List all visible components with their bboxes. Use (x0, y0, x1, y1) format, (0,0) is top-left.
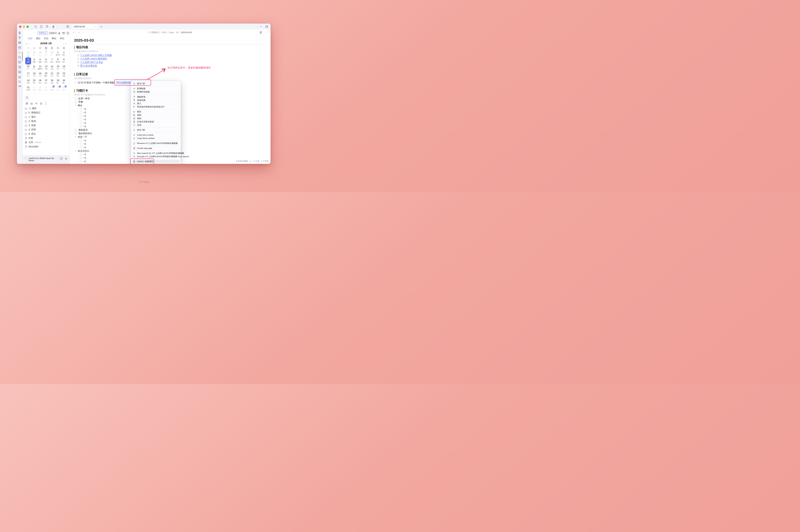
calendar-day[interactable]: 9初十 (61, 57, 67, 64)
calendar-day[interactable]: 22廿三 (55, 72, 61, 78)
calendar-heart-icon[interactable] (18, 70, 21, 73)
calendar-day[interactable]: 26廿九 (37, 51, 43, 57)
calendar-icon[interactable] (18, 46, 21, 49)
forward-icon[interactable] (77, 31, 80, 34)
checkbox-icon[interactable] (80, 122, 82, 124)
menu-item[interactable]: 粘贴 (131, 117, 181, 120)
search-icon[interactable] (34, 25, 37, 28)
calendar-day[interactable]: 20春分 (43, 72, 49, 78)
tree-item[interactable]: 0. 周期笔记 (23, 111, 69, 115)
menu-item[interactable]: 编辑标签 (131, 95, 181, 98)
calendar-day[interactable]: 8妇女节 (55, 57, 61, 64)
checkbox-icon[interactable] (80, 153, 82, 156)
tab-2025-03-03[interactable]: 2025-03-03 (72, 24, 98, 29)
checkbox-icon[interactable] (75, 97, 77, 100)
checkbox-icon[interactable] (80, 111, 82, 114)
menu-item[interactable]: LifeOS: 创建项目 (132, 160, 180, 163)
menu-item[interactable]: 全选 (131, 124, 181, 127)
menu-item[interactable]: 剪切 (131, 110, 181, 113)
menu-item[interactable]: Create tag page (131, 147, 181, 150)
dice-icon[interactable] (18, 56, 21, 59)
breadcrumb-segment[interactable]: 2025 (162, 31, 167, 34)
new-folder-icon[interactable] (30, 102, 33, 105)
bookmark-icon[interactable] (40, 25, 43, 28)
checkbox-icon[interactable] (75, 129, 77, 131)
checkbox-icon[interactable] (80, 118, 82, 121)
calendar-day[interactable]: 休5初八 (55, 86, 61, 92)
layout-grid-icon[interactable] (18, 41, 21, 44)
checkbox-icon[interactable] (75, 101, 77, 103)
chevron-down-icon[interactable] (259, 25, 262, 28)
menu-item[interactable]: New search for #个人品牌/LifeOS/录制操作编视频 (131, 152, 181, 155)
calendar-day[interactable]: 5惊蛰 (37, 57, 43, 64)
calendar-day[interactable]: 2初五 (37, 86, 43, 92)
calendar-day[interactable]: 25廿六 (31, 78, 37, 86)
calendar-day[interactable]: 15十六 (55, 64, 61, 72)
rail-scrollbar-thumb[interactable] (22, 52, 23, 61)
checkbox-icon[interactable] (80, 157, 82, 159)
tree-item[interactable]: 5. 表达 (23, 132, 69, 136)
period-tab-年记[interactable]: 年记 (60, 37, 64, 40)
menu-item[interactable]: 以纯文本形式粘贴 (131, 120, 181, 124)
collapse-icon[interactable] (40, 102, 42, 105)
home-icon[interactable] (18, 75, 21, 78)
backlinks-count[interactable]: 0 条反向链接 (236, 160, 248, 163)
calendar-day[interactable]: 31上巳节 (25, 86, 31, 92)
settings-gear-icon[interactable] (65, 157, 68, 160)
close-window-button[interactable] (19, 25, 21, 28)
checkbox-icon[interactable] (80, 108, 82, 110)
menu-item[interactable]: 将所选内容移动到其他笔记中 (131, 105, 181, 109)
tree-item[interactable]: -1. 捕获 (23, 107, 69, 111)
calendar-day[interactable]: 21廿二 (49, 72, 55, 78)
calendar-day[interactable]: 1龙头节 (55, 51, 61, 57)
minimize-window-button[interactable] (23, 25, 25, 28)
period-tab-日记[interactable]: 日记 (28, 37, 32, 40)
calendar-day[interactable]: 7初八 (49, 57, 55, 64)
breadcrumb-segment[interactable]: 2025-03-03 (181, 31, 192, 34)
collapse-all-icon[interactable] (44, 102, 47, 105)
menu-item[interactable]: Rename #个人品牌/LifeOS/录制操作编视频 (131, 141, 181, 145)
help-icon[interactable]: ? (67, 32, 69, 34)
calendar-day[interactable]: 休4清明节 (49, 86, 55, 92)
edit-mode-icon[interactable] (249, 160, 252, 163)
file-plus-icon[interactable] (18, 65, 21, 69)
menu-item[interactable]: Copy block embed (131, 137, 181, 140)
file-explorer-tab[interactable] (24, 95, 30, 100)
tree-item[interactable]: 任务 (23, 136, 69, 140)
period-tab-月记[interactable]: 月记 (44, 37, 48, 40)
maximize-window-button[interactable] (26, 25, 29, 28)
next-year-button[interactable]: » (64, 42, 67, 45)
vault-help-icon[interactable]: ? (60, 157, 62, 160)
calendar-day[interactable]: 12植树节 (37, 64, 43, 72)
tree-item[interactable]: 主页CANVAS (23, 140, 69, 145)
project-link[interactable]: 个人品牌-LifeOS-录制上手视频 (80, 54, 112, 57)
mode-tab[interactable]: 主题笔记 (48, 31, 58, 35)
file-search-icon[interactable] (18, 31, 21, 34)
checkbox-icon[interactable] (80, 146, 82, 149)
checkbox-icon[interactable] (80, 115, 82, 117)
project-link[interactable]: 个人品牌-LifeOS-教程编写 (80, 57, 107, 60)
layout-icon[interactable] (18, 61, 21, 64)
tree-item[interactable]: 4. 存档 (23, 128, 69, 132)
new-note-button[interactable] (51, 24, 56, 29)
calendar-day[interactable]: 17十八 (25, 72, 31, 78)
prev-year-button[interactable]: « (25, 42, 27, 45)
new-note-icon[interactable] (25, 102, 28, 105)
right-panel-toggle-icon[interactable] (265, 25, 268, 28)
calendar-day[interactable]: 13十四 (43, 64, 49, 72)
menu-item[interactable]: Copy link to block (131, 133, 181, 137)
tree-item[interactable]: README (23, 145, 69, 149)
tree-item[interactable]: 2. 领域 (23, 119, 69, 124)
tree-item[interactable]: 3. 资源 (23, 124, 69, 128)
new-tab-icon[interactable] (100, 25, 103, 28)
calendar-day[interactable]: 25廿八 (31, 51, 37, 57)
terminal-icon[interactable] (18, 51, 21, 54)
calendar-day[interactable]: 11十二 (31, 64, 37, 72)
next-month-button[interactable]: › (62, 42, 64, 45)
calendar-day[interactable]: 3初六 (43, 86, 49, 92)
period-tab-周记[interactable]: 周记 (36, 37, 40, 40)
calendar-icon[interactable] (62, 32, 65, 34)
calendar-day[interactable]: 26廿七 (37, 78, 43, 86)
checkbox-icon[interactable] (75, 132, 77, 135)
breadcrumb-segment[interactable]: 03 (176, 31, 179, 34)
